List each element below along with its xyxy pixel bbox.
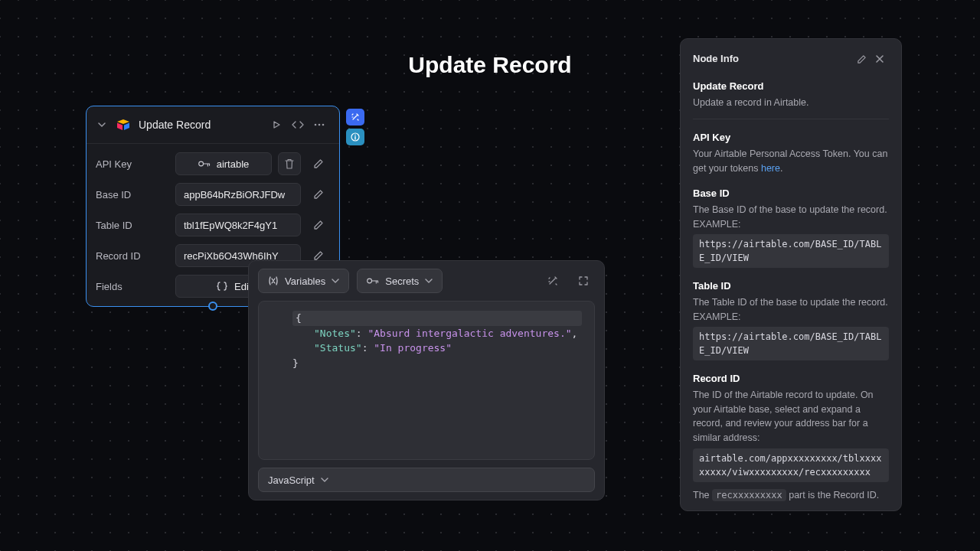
info-text: The recxxxxxxxxx part is the Record ID. xyxy=(693,488,889,503)
info-icon[interactable] xyxy=(346,129,364,145)
base-id-value: appB64bRzBiORJFDw xyxy=(184,189,285,201)
key-icon xyxy=(367,277,379,285)
info-example-label: EXAMPLE: xyxy=(693,217,889,232)
info-text: part is the Record ID. xyxy=(786,490,880,500)
info-panel-title: Node Info xyxy=(693,51,852,67)
param-label: Fields xyxy=(96,281,169,292)
info-section-base-id: Base ID The Base ID of the base to updat… xyxy=(693,186,889,268)
pencil-icon[interactable] xyxy=(307,183,330,206)
language-label: JavaScript xyxy=(268,474,315,486)
info-heading: Update Record xyxy=(693,79,889,94)
info-section-api-key: API Key Your Airtable Personal Access To… xyxy=(693,130,889,175)
svg-point-3 xyxy=(198,161,203,166)
info-section-table-id: Table ID The Table ID of the base to upd… xyxy=(693,279,889,360)
code-value: "Absurd intergalactic adventures." xyxy=(368,328,571,339)
info-example-code: airtable.com/appxxxxxxxxx/tblxxxxxxxxx/v… xyxy=(693,448,889,482)
info-subheading: Update a record in Airtable. xyxy=(693,96,889,110)
info-section-heading: Update Record Update a record in Airtabl… xyxy=(693,79,889,119)
pencil-icon[interactable] xyxy=(852,50,871,68)
table-id-field[interactable]: tbl1fEpWQ8k2F4gY1 xyxy=(175,214,301,236)
svg-point-1 xyxy=(318,124,321,126)
code-key: "Notes" xyxy=(314,328,356,339)
svg-point-5 xyxy=(354,135,356,136)
info-text: The xyxy=(693,490,712,500)
output-port[interactable] xyxy=(208,302,217,311)
play-icon[interactable] xyxy=(266,114,287,135)
chevron-down-icon xyxy=(332,278,339,284)
svg-point-6 xyxy=(368,279,372,283)
table-id-value: tbl1fEpWQ8k2F4gY1 xyxy=(184,220,277,231)
page-title: Update Record xyxy=(408,52,571,78)
param-row-api-key: API Key airtable xyxy=(87,148,339,179)
info-title: API Key xyxy=(693,130,889,145)
info-header: Node Info xyxy=(693,50,889,68)
info-body: The Table ID of the base to update the r… xyxy=(693,295,889,310)
code-editor[interactable]: { "Notes": "Absurd intergalactic adventu… xyxy=(258,301,595,460)
variables-label: Variables xyxy=(285,276,325,287)
editor-footer: JavaScript xyxy=(249,460,604,500)
collapse-toggle[interactable] xyxy=(96,119,108,131)
api-key-value: airtable xyxy=(217,158,250,170)
svg-point-2 xyxy=(322,124,325,126)
info-body: Your Airtable Personal Access Token. You… xyxy=(693,147,889,176)
base-id-field[interactable]: appB64bRzBiORJFDw xyxy=(175,183,301,206)
param-label: Table ID xyxy=(96,220,169,231)
info-example-code: https://airtable.com/BASE_ID/TABLE_ID/VI… xyxy=(693,234,889,268)
info-text: Your Airtable Personal Access Token. You… xyxy=(693,148,887,174)
more-icon[interactable] xyxy=(309,114,330,135)
pencil-icon[interactable] xyxy=(307,214,330,236)
param-label: Record ID xyxy=(96,250,169,262)
editor-toolbar: Variables Secrets xyxy=(249,261,604,301)
trash-icon[interactable] xyxy=(278,152,301,175)
variable-icon xyxy=(268,276,279,285)
close-icon[interactable] xyxy=(871,50,889,68)
language-dropdown[interactable]: JavaScript xyxy=(258,468,595,492)
magic-wand-icon[interactable] xyxy=(541,269,564,292)
param-label: API Key xyxy=(96,158,169,170)
braces-icon xyxy=(216,282,228,291)
node-title: Update Record xyxy=(139,119,266,131)
info-text: . xyxy=(780,163,782,174)
info-example-code: https://airtable.com/BASE_ID/TABLE_ID/VI… xyxy=(693,327,889,360)
code-icon[interactable] xyxy=(287,114,309,135)
param-row-table-id: Table ID tbl1fEpWQ8k2F4gY1 xyxy=(87,210,339,240)
chevron-down-icon xyxy=(321,477,328,483)
info-example-label: EXAMPLE: xyxy=(693,310,889,324)
info-inline-code: recxxxxxxxxx xyxy=(712,489,786,501)
info-title: Record ID xyxy=(693,371,889,386)
code-editor-panel: Variables Secrets { "Notes": "Absurd int… xyxy=(248,260,605,500)
pencil-icon[interactable] xyxy=(307,152,330,175)
node-side-toolbar xyxy=(346,109,364,145)
expand-icon[interactable] xyxy=(572,269,595,292)
svg-point-0 xyxy=(315,124,317,126)
key-icon xyxy=(198,159,211,168)
info-body: The Base ID of the base to update the re… xyxy=(693,203,889,217)
api-key-field[interactable]: airtable xyxy=(175,152,272,175)
info-body: The ID of the Airtable record to update.… xyxy=(693,388,889,445)
node-info-panel: Node Info Update Record Update a record … xyxy=(680,38,902,511)
code-key: "Status" xyxy=(314,342,362,354)
secrets-dropdown[interactable]: Secrets xyxy=(357,269,443,293)
node-header: Update Record xyxy=(87,106,339,144)
magic-wand-icon[interactable] xyxy=(346,109,364,126)
info-title: Table ID xyxy=(693,279,889,294)
variables-dropdown[interactable]: Variables xyxy=(258,269,349,293)
info-section-record-id: Record ID The ID of the Airtable record … xyxy=(693,371,889,502)
chevron-down-icon xyxy=(425,278,433,284)
tokens-link[interactable]: here xyxy=(761,163,780,174)
secrets-label: Secrets xyxy=(385,276,419,287)
param-label: Base ID xyxy=(96,189,169,201)
param-row-base-id: Base ID appB64bRzBiORJFDw xyxy=(87,179,339,210)
info-title: Base ID xyxy=(693,186,889,201)
airtable-logo-icon xyxy=(116,117,131,132)
code-value: "In progress" xyxy=(374,342,452,354)
